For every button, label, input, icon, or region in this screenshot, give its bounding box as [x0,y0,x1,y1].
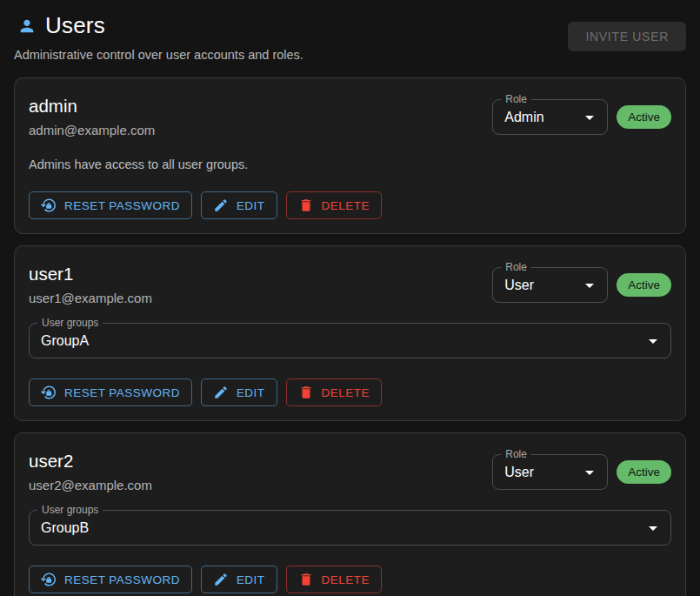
role-select-value: User [504,465,534,480]
trash-icon [298,198,314,213]
edit-button[interactable]: EDIT [201,191,277,219]
edit-label: EDIT [237,199,265,212]
user-email: user1@example.com [29,291,152,305]
user-groups-select-value: GroupA [41,333,89,349]
user-email: admin@example.com [29,123,155,137]
reset-password-label: RESET PASSWORD [64,386,180,399]
arrow-drop-down-icon [643,331,663,352]
card-actions: RESET PASSWORD EDIT DELETE [29,566,671,593]
card-actions: RESET PASSWORD EDIT DELETE [29,191,671,219]
user-card-admin: admin admin@example.com Role Admin Activ… [14,77,686,234]
edit-button[interactable]: EDIT [201,378,277,406]
pencil-icon [213,198,229,213]
lock-reset-icon [41,198,57,213]
role-select-label: Role [501,448,531,460]
role-select-value: Admin [504,110,543,125]
arrow-drop-down-icon [579,107,600,128]
user-email: user2@example.com [29,478,152,492]
users-page: Users Administrative control over user a… [0,0,700,596]
person-icon [17,17,37,36]
user-name: user2 [29,451,152,472]
delete-label: DELETE [322,573,370,586]
role-select-value: User [504,278,534,293]
user-groups-select[interactable]: User groups GroupA [29,323,671,358]
reset-password-button[interactable]: RESET PASSWORD [29,378,192,406]
trash-icon [298,385,314,400]
user-card-user2: user2 user2@example.com Role User Active… [14,432,686,596]
user-groups-select[interactable]: User groups GroupB [29,510,671,546]
delete-button[interactable]: DELETE [286,566,382,593]
page-subtitle: Administrative control over user account… [14,48,303,62]
trash-icon [298,572,314,587]
edit-label: EDIT [237,573,265,586]
lock-reset-icon [41,572,57,587]
role-select[interactable]: Role Admin [492,99,608,135]
delete-button[interactable]: DELETE [286,378,382,406]
reset-password-label: RESET PASSWORD [64,199,180,212]
pencil-icon [213,385,229,400]
role-select-label: Role [501,261,531,273]
edit-label: EDIT [237,386,265,399]
role-select[interactable]: Role User [492,267,608,303]
status-badge: Active [617,460,671,484]
status-badge: Active [617,105,671,129]
delete-button[interactable]: DELETE [286,191,382,219]
page-title: Users [45,12,105,39]
user-name: admin [29,96,155,117]
user-groups-select-label: User groups [37,317,103,329]
user-groups-select-value: GroupB [41,520,89,536]
status-badge: Active [617,273,671,297]
reset-password-label: RESET PASSWORD [64,573,180,586]
admin-note: Admins have access to all user groups. [29,157,671,171]
reset-password-button[interactable]: RESET PASSWORD [29,566,192,593]
arrow-drop-down-icon [579,462,600,483]
delete-label: DELETE [322,199,370,212]
arrow-drop-down-icon [643,518,663,539]
invite-user-button[interactable]: INVITE USER [568,22,686,51]
reset-password-button[interactable]: RESET PASSWORD [29,191,192,219]
pencil-icon [213,572,229,587]
page-header: Users Administrative control over user a… [14,12,686,62]
edit-button[interactable]: EDIT [201,566,277,593]
role-select[interactable]: Role User [492,454,608,490]
user-name: user1 [29,264,152,285]
card-actions: RESET PASSWORD EDIT DELETE [29,378,671,406]
role-select-label: Role [501,93,531,105]
user-card-user1: user1 user1@example.com Role User Active… [14,245,686,421]
delete-label: DELETE [322,386,370,399]
arrow-drop-down-icon [579,275,600,296]
lock-reset-icon [41,385,57,400]
user-groups-select-label: User groups [37,504,103,516]
